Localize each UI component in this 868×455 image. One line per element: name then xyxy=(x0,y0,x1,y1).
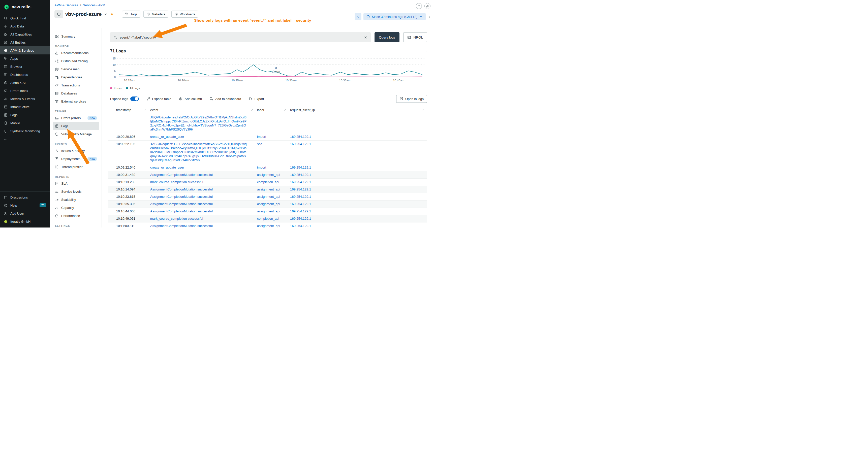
clear-query-icon[interactable] xyxy=(364,35,368,39)
breadcrumb-link-apm-services[interactable]: APM & Services xyxy=(55,3,78,7)
entity-nav-item-databases[interactable]: Databases xyxy=(53,89,99,97)
event-link[interactable]: create_or_update_user xyxy=(150,135,254,139)
sidebar-item-all-entities[interactable]: All Entities xyxy=(0,38,50,46)
entity-nav-item-vulnerability-management[interactable]: Vulnerability Management xyxy=(53,130,99,138)
label-link[interactable]: assignment_api xyxy=(257,173,280,176)
add-column-button[interactable]: Add column xyxy=(179,97,202,101)
legend-item-errors[interactable]: Errors xyxy=(110,87,122,90)
logs-query-input[interactable]: event:* -"label":"security" xyxy=(120,35,361,39)
entity-nav-item-recommendations[interactable]: Recommendations xyxy=(53,49,99,57)
metadata-button[interactable]: Metadata xyxy=(144,10,168,18)
sidebar-item-dashboards[interactable]: Dashboards xyxy=(0,70,50,78)
event-link[interactable]: <ASGIRequest: GET '/sso/callback/?state=… xyxy=(150,142,254,162)
label-link[interactable]: assignment_api xyxy=(257,195,280,198)
sidebar-item-more[interactable]: ... xyxy=(0,135,50,143)
sidebar-footer-help[interactable]: Help70 xyxy=(0,201,50,209)
breadcrumb-link-services-apm[interactable]: Services - APM xyxy=(83,3,105,7)
logs-query-bar[interactable]: event:* -"label":"security" xyxy=(110,32,371,42)
sidebar-footer-add-user[interactable]: Add User xyxy=(0,209,50,218)
table-row[interactable]: 10:10:49.051mark_course_completion succe… xyxy=(108,215,427,223)
entity-nav-item-transactions[interactable]: Transactions xyxy=(53,81,99,89)
label-link[interactable]: sso xyxy=(257,142,262,146)
table-row[interactable]: 10:11:00.311AssignmentCompletionMutation… xyxy=(108,223,427,228)
event-link[interactable]: mark_course_completion successful xyxy=(150,217,254,221)
table-row[interactable]: 10:10:23.815AssignmentCompletionMutation… xyxy=(108,193,427,200)
table-row[interactable]: 10:09:20.895create_or_update_userimport1… xyxy=(108,133,427,140)
label-link[interactable]: assignment_api xyxy=(257,209,280,213)
ip-link[interactable]: 169.254.129.1 xyxy=(290,195,311,198)
sidebar-item-apps[interactable]: Apps xyxy=(0,55,50,63)
event-link[interactable]: AssignmentCompletionMutation successful xyxy=(150,188,254,192)
entity-nav-item-errors-errors-inb[interactable]: Errors (errors inb...New xyxy=(53,114,99,122)
select-all-cell[interactable] xyxy=(108,106,115,113)
label-link[interactable]: assignment_api xyxy=(257,224,280,228)
expand-table-button[interactable]: Expand table xyxy=(147,97,172,101)
sidebar-item-all-capabilities[interactable]: All Capabilities xyxy=(0,30,50,38)
event-link[interactable]: AssignmentCompletionMutation successful xyxy=(150,202,254,206)
sidebar-item-mobile[interactable]: Mobile xyxy=(0,119,50,127)
event-link[interactable]: JUQVU&code=eyJraWQiOiJjcGItY29yZV8wOTl1M… xyxy=(150,116,254,131)
sidebar-item-quick-find[interactable]: Quick Find xyxy=(0,14,50,22)
table-row[interactable]: 10:10:35.305AssignmentCompletionMutation… xyxy=(108,200,427,208)
entity-nav-item-service-map[interactable]: Service map xyxy=(53,65,99,73)
entity-nav-item-sla[interactable]: SLA xyxy=(53,180,99,188)
table-row[interactable]: 10:09:22.540create_or_update_userimport1… xyxy=(108,164,427,171)
entity-nav-item-external-services[interactable]: External services xyxy=(53,97,99,105)
sidebar-footer-account[interactable]: Iterativ GmbH xyxy=(0,218,50,226)
entity-nav-item-service-levels[interactable]: Service levels xyxy=(53,188,99,195)
ip-link[interactable]: 169.254.129.1 xyxy=(290,135,311,138)
sidebar-item-add-data[interactable]: Add Data xyxy=(0,22,50,30)
column-header-label[interactable]: label xyxy=(256,106,289,113)
time-picker[interactable]: Since 30 minutes ago (GMT+2) xyxy=(364,13,426,20)
label-link[interactable]: completion_api xyxy=(257,217,279,221)
entity-nav-item-logs[interactable]: Logs xyxy=(53,122,99,130)
sidebar-item-logs[interactable]: Logs xyxy=(0,111,50,119)
newrelic-logo[interactable]: new relic. xyxy=(0,0,50,14)
ip-link[interactable]: 169.254.129.1 xyxy=(290,202,311,206)
time-back-button[interactable] xyxy=(354,13,362,20)
ip-link[interactable]: 169.254.129.1 xyxy=(290,217,311,221)
event-link[interactable]: AssignmentCompletionMutation successful xyxy=(150,224,254,228)
ip-link[interactable]: 169.254.129.1 xyxy=(290,224,311,228)
ip-link[interactable]: 169.254.129.1 xyxy=(290,142,311,146)
help-circle-button[interactable] xyxy=(416,3,422,9)
event-link[interactable]: AssignmentCompletionMutation successful xyxy=(150,209,254,214)
sidebar-item-browser[interactable]: Browser xyxy=(0,63,50,70)
ip-link[interactable]: 169.254.129.1 xyxy=(290,188,311,191)
table-row[interactable]: 10:09:22.196<ASGIRequest: GET '/sso/call… xyxy=(108,140,427,164)
entity-nav-item-thread-profiler[interactable]: Thread profiler xyxy=(53,163,99,171)
column-header-ip[interactable]: request_client_ip xyxy=(289,106,427,113)
tags-button[interactable]: Tags xyxy=(122,10,140,18)
table-row[interactable]: JUQVU&code=eyJraWQiOiJjcGItY29yZV8wOTl1M… xyxy=(108,114,427,133)
entity-nav-item-summary[interactable]: Summary xyxy=(53,32,99,40)
entity-nav-item-distributed-tracing[interactable]: Distributed tracing xyxy=(53,57,99,65)
remove-column-icon[interactable] xyxy=(422,108,425,111)
sidebar-item-apm-services[interactable]: APM & Services xyxy=(0,46,50,55)
remove-column-icon[interactable] xyxy=(144,108,147,111)
entity-nav-item-performance[interactable]: Performance xyxy=(53,212,99,220)
time-forward-button[interactable] xyxy=(428,15,432,19)
remove-column-icon[interactable] xyxy=(251,108,254,111)
table-row[interactable]: 10:10:14.094AssignmentCompletionMutation… xyxy=(108,186,427,193)
sidebar-item-metrics-events[interactable]: Metrics & Events xyxy=(0,95,50,103)
label-link[interactable]: import xyxy=(257,135,266,138)
permalink-button[interactable] xyxy=(425,3,431,9)
entity-nav-item-capacity[interactable]: Capacity xyxy=(53,203,99,212)
expand-logs-toggle[interactable] xyxy=(130,97,139,101)
sidebar-footer-discussions[interactable]: Discussions xyxy=(0,193,50,201)
event-link[interactable]: mark_course_completion successful xyxy=(150,180,254,184)
query-logs-button[interactable]: Query logs xyxy=(374,32,400,42)
table-row[interactable]: 10:09:31.439AssignmentCompletionMutation… xyxy=(108,171,427,178)
ip-link[interactable]: 169.254.129.1 xyxy=(290,180,311,184)
ip-link[interactable]: 169.254.129.1 xyxy=(290,165,311,169)
label-link[interactable]: assignment_api xyxy=(257,202,280,206)
entity-nav-item-deployments[interactable]: DeploymentsNew xyxy=(53,155,99,163)
event-link[interactable]: create_or_update_user xyxy=(150,165,254,169)
nrql-button[interactable]: NRQL xyxy=(403,32,427,42)
label-link[interactable]: assignment_api xyxy=(257,188,280,191)
sidebar-item-synthetic-monitoring[interactable]: Synthetic Monitoring xyxy=(0,127,50,135)
ip-link[interactable]: 169.254.129.1 xyxy=(290,173,311,176)
chart-options-button[interactable] xyxy=(423,49,427,53)
ip-link[interactable]: 169.254.129.1 xyxy=(290,209,311,213)
sidebar-item-infrastructure[interactable]: Infrastructure xyxy=(0,103,50,111)
